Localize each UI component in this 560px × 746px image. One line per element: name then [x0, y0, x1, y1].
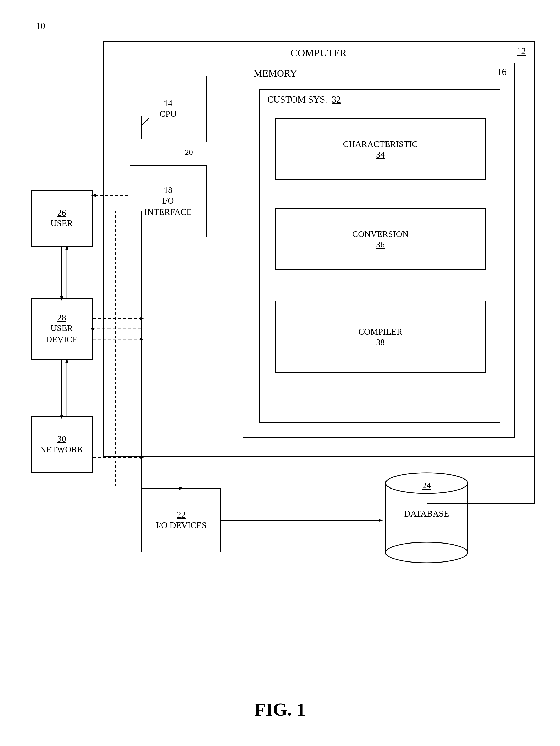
- custom-sys-box: CUSTOM SYS. 32 CHARACTERISTIC 34 CONVERS…: [259, 89, 500, 423]
- network-box: 30 NETWORK: [31, 416, 92, 473]
- svg-point-2: [386, 542, 468, 563]
- figure-caption: FIG. 1: [0, 699, 560, 720]
- cpu-box: 14 CPU: [130, 76, 207, 142]
- user-device-box: 28 USERDEVICE: [31, 298, 92, 360]
- user-box: 26 USER: [31, 190, 92, 247]
- characteristic-box: CHARACTERISTIC 34: [275, 118, 486, 180]
- memory-box: MEMORY 16 CUSTOM SYS. 32 CHARACTERISTIC: [243, 63, 515, 438]
- computer-label: COMPUTER: [291, 47, 347, 59]
- io-devices-box: 22 I/O DEVICES: [141, 488, 221, 552]
- io-interface-box: 18 I/OINTERFACE: [130, 166, 207, 237]
- computer-box: COMPUTER 12 14 CPU 20 18 I/OINTERFACE ME…: [103, 41, 535, 457]
- ref-16-label: 16: [497, 66, 507, 77]
- compiler-box: COMPILER 38: [275, 301, 486, 373]
- ref-10-label: 10: [36, 21, 45, 31]
- memory-label: MEMORY: [254, 67, 297, 79]
- database-container: 24 DATABASE: [380, 468, 473, 571]
- ref-12-label: 12: [516, 46, 526, 57]
- custom-sys-label: CUSTOM SYS. 32: [267, 94, 341, 105]
- database-ref-label: 24: [380, 481, 473, 490]
- ref-20-label: 20: [185, 147, 193, 157]
- conversion-box: CONVERSION 36: [275, 208, 486, 270]
- database-label: DATABASE: [380, 509, 473, 519]
